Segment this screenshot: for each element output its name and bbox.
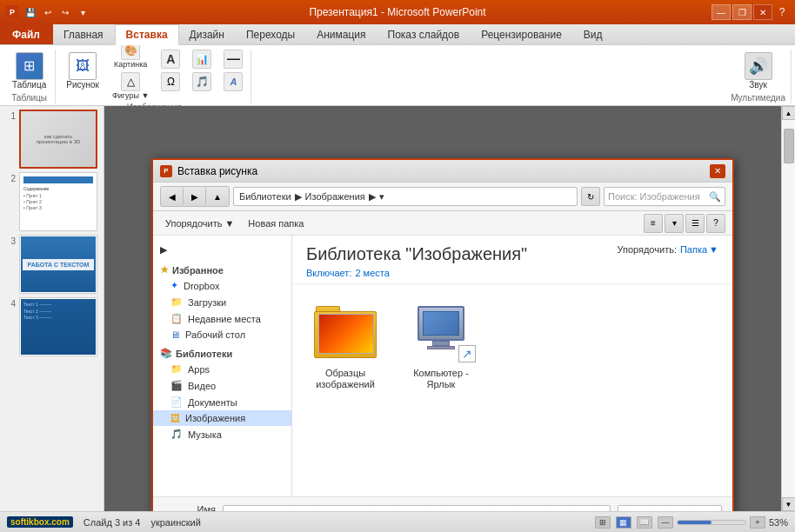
- status-right: ⊞ ▦ 📖 — + 53%: [595, 516, 788, 529]
- file-item-sample-images[interactable]: Образцыизображений: [306, 298, 384, 482]
- symbol-button[interactable]: Ω: [158, 71, 183, 92]
- minimize-button[interactable]: —: [711, 4, 731, 20]
- dialog-close-button[interactable]: ✕: [710, 164, 725, 178]
- header-button[interactable]: ━━━: [221, 49, 245, 70]
- tab-review[interactable]: Рецензирование: [471, 24, 573, 44]
- slide-thumb-4[interactable]: 4 Текст 1 ────Текст 2 ────Текст 3 ────: [3, 297, 100, 356]
- sound-button[interactable]: 🔊 Звук: [741, 50, 776, 91]
- tab-view[interactable]: Вид: [573, 24, 614, 44]
- customize-qa-button[interactable]: ▾: [75, 4, 90, 20]
- quick-access-toolbar: 💾 ↩ ↪ ▾: [23, 4, 90, 20]
- filetype-select[interactable]: Все рисунки ▾: [618, 505, 722, 511]
- view-reading-icon[interactable]: 📖: [637, 516, 652, 529]
- sidebar-item-recent[interactable]: 📋 Недавние места: [153, 310, 291, 327]
- view-list-button[interactable]: ≡: [644, 214, 663, 233]
- sidebar-item-downloads[interactable]: 📁 Загрузки: [153, 294, 291, 310]
- slide-thumb-1[interactable]: 1 как сделатьпрезентацию в 3D: [3, 110, 100, 169]
- wordart-button[interactable]: A: [221, 71, 245, 92]
- folder-image-preview: [318, 314, 374, 354]
- breadcrumb-bar[interactable]: Библиотеки ▶ Изображения ▶ ▾: [233, 187, 578, 206]
- breadcrumb-separator-1: ▶: [295, 191, 302, 203]
- table-button[interactable]: ⊞ Таблица: [9, 50, 50, 91]
- recent-label: Недавние места: [188, 314, 261, 324]
- zoom-out-button[interactable]: —: [658, 516, 673, 529]
- scroll-up-button[interactable]: ▲: [782, 106, 796, 120]
- sidebar-item-dropbox[interactable]: ✦ Dropbox: [153, 277, 291, 294]
- sidebar-item-apps[interactable]: 📁 Apps: [153, 361, 291, 377]
- slide-preview-4[interactable]: Текст 1 ────Текст 2 ────Текст 3 ────: [19, 297, 97, 356]
- picture-button[interactable]: 🖼 Рисунок: [63, 50, 103, 91]
- arrange-value: Папка: [680, 244, 707, 255]
- up-button[interactable]: ▲: [206, 187, 229, 206]
- dialog-ppt-icon: P: [160, 165, 172, 177]
- save-button[interactable]: 💾: [23, 4, 38, 20]
- slide-preview-2[interactable]: Содержание • Пункт 1• Пункт 2• Пункт 3: [19, 172, 97, 231]
- sidebar-item-music[interactable]: 🎵 Музыка: [153, 426, 291, 442]
- zoom-slider[interactable]: [677, 520, 746, 525]
- dialog-main: ▶ ★ Избранное ✦ Dropbox: [153, 236, 732, 496]
- view-dropdown-button[interactable]: ▾: [665, 214, 684, 233]
- tab-animations[interactable]: Анимация: [306, 24, 377, 44]
- main-area: 1 как сделатьпрезентацию в 3D 2 Содержан…: [0, 106, 795, 511]
- slide-preview-3[interactable]: РАБОТА С ТЕКСТОМ: [19, 235, 97, 294]
- slide-thumb-2[interactable]: 2 Содержание • Пункт 1• Пункт 2• Пункт 3: [3, 172, 100, 231]
- sound-icon: 🔊: [745, 52, 772, 80]
- scroll-down-button[interactable]: ▼: [782, 497, 796, 511]
- insert-image-dialog: P Вставка рисунка ✕ ◀ ▶ ▲ Библио: [151, 158, 734, 511]
- library-includes: Включает:: [306, 268, 351, 278]
- slide-content-4: Текст 1 ────Текст 2 ────Текст 3 ────: [21, 299, 96, 355]
- slide-preview-1[interactable]: как сделатьпрезентацию в 3D: [19, 110, 97, 169]
- sidebar-item-images[interactable]: 🖼 Изображения: [153, 410, 291, 426]
- restore-button[interactable]: ❐: [732, 4, 752, 20]
- tab-transitions[interactable]: Переходы: [236, 24, 306, 44]
- help-button[interactable]: ?: [774, 4, 790, 20]
- organize-arrow-icon: ▼: [224, 218, 234, 229]
- back-button[interactable]: ◀: [161, 187, 184, 206]
- slide-info: Слайд 3 из 4: [84, 517, 141, 528]
- arrange-button[interactable]: Папка ▼: [680, 244, 718, 255]
- text-button[interactable]: A: [158, 49, 183, 70]
- library-header: Библиотека "Изображения" Включает: 2 мес…: [292, 236, 732, 284]
- redo-button[interactable]: ↪: [57, 4, 73, 20]
- window-title: Презентация1 - Microsoft PowerPoint: [309, 6, 485, 18]
- library-icon: 📚: [160, 348, 172, 359]
- shapes-button[interactable]: △ Фигуры ▼: [110, 71, 151, 101]
- filename-row: Имя файла: | Все рисунки ▾: [164, 504, 722, 511]
- dialog-overlay: P Вставка рисунка ✕ ◀ ▶ ▲ Библио: [104, 106, 781, 511]
- sidebar-item-documents[interactable]: 📄 Документы: [153, 394, 291, 410]
- refresh-button[interactable]: ↻: [581, 187, 600, 206]
- slide-number-2: 2: [3, 172, 16, 183]
- scrollbar-thumb[interactable]: [784, 129, 794, 163]
- slide-thumb-3[interactable]: 3 РАБОТА С ТЕКСТОМ: [3, 235, 100, 294]
- zoom-in-button[interactable]: +: [750, 516, 765, 529]
- view-details-button[interactable]: ☰: [685, 214, 705, 233]
- organize-button[interactable]: Упорядочить ▼: [160, 216, 239, 230]
- forward-button[interactable]: ▶: [184, 187, 206, 206]
- tables-group-label: Таблицы: [11, 93, 47, 103]
- sample-images-icon-container: [311, 302, 380, 362]
- new-folder-button[interactable]: Новая папка: [243, 216, 309, 230]
- tab-slideshow[interactable]: Показ слайдов: [377, 24, 471, 44]
- media-button[interactable]: 🎵: [190, 71, 214, 92]
- filename-input[interactable]: |: [223, 505, 611, 511]
- slide-panel[interactable]: 1 как сделатьпрезентацию в 3D 2 Содержан…: [0, 106, 104, 511]
- close-button[interactable]: ✕: [753, 4, 772, 20]
- file-item-computer-shortcut[interactable]: ↗ Компьютер -Ярлык: [402, 298, 480, 482]
- tab-insert[interactable]: Вставка: [115, 24, 179, 45]
- vertical-scrollbar[interactable]: ▲ ▼: [781, 106, 795, 511]
- scrollbar-track[interactable]: [782, 120, 795, 497]
- tab-file[interactable]: Файл: [0, 24, 53, 44]
- table-label: Таблица: [12, 80, 46, 90]
- help-dialog-button[interactable]: ?: [706, 214, 725, 233]
- favorites-section-header: ★ Избранное: [153, 259, 291, 277]
- slide-number-4: 4: [3, 297, 16, 309]
- view-slide-icon[interactable]: ▦: [616, 516, 631, 529]
- view-normal-icon[interactable]: ⊞: [595, 516, 611, 529]
- dropbox-icon: ✦: [170, 280, 178, 291]
- chart-button[interactable]: 📊: [190, 49, 214, 70]
- star-icon: ★: [160, 264, 169, 276]
- search-box[interactable]: Поиск: Изображения 🔍: [604, 187, 725, 206]
- undo-button[interactable]: ↩: [40, 4, 56, 20]
- sidebar-item-desktop[interactable]: 🖥 Рабочий стол: [153, 327, 291, 342]
- sidebar-item-video[interactable]: 🎬 Видео: [153, 377, 291, 394]
